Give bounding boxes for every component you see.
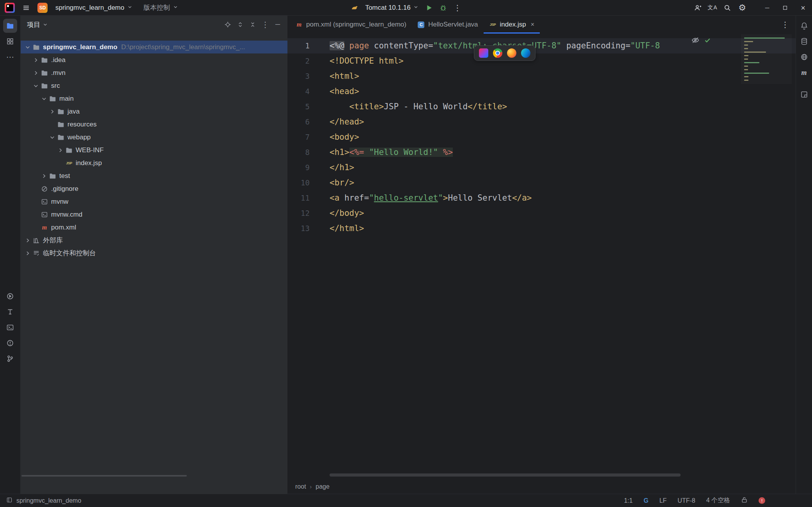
code-line-9[interactable]: 9</h1> (287, 160, 796, 175)
code-line-10[interactable]: 10<br/> (287, 175, 796, 190)
minimize-button[interactable]: ─ (758, 0, 776, 15)
hide-panel-icon[interactable]: ─ (272, 19, 284, 30)
tree-item-webapp[interactable]: webapp (21, 131, 287, 144)
chevron-right-icon[interactable] (57, 147, 64, 154)
services-icon[interactable] (3, 289, 17, 303)
line-number[interactable]: 3 (287, 69, 324, 84)
tree-item-springmvc-learn-demo[interactable]: springmvc_learn_demoD:\project\spring_mv… (21, 41, 287, 53)
tree-item-item-15[interactable]: 外部库 (21, 234, 287, 247)
collapse-all-icon[interactable] (247, 19, 259, 30)
version-control-icon[interactable] (3, 352, 17, 366)
chevron-down-icon[interactable] (32, 82, 40, 89)
readonly-lock-icon[interactable] (741, 496, 748, 505)
line-number[interactable]: 10 (287, 175, 324, 190)
indent-style[interactable]: 4 个空格 (706, 496, 730, 505)
statusbar-project-name[interactable]: springmvc_learn_demo (16, 497, 81, 504)
project-panel-title[interactable]: 项目 (27, 20, 40, 29)
tree-item-index-jsp[interactable]: JSPindex.jsp (21, 157, 287, 169)
tree-item-mvnw[interactable]: mvnw (21, 195, 287, 208)
code-line-5[interactable]: 5 <title>JSP - Hello World</title> (287, 99, 796, 114)
line-number[interactable]: 4 (287, 84, 324, 99)
line-number[interactable]: 11 (287, 190, 324, 206)
main-menu-icon[interactable] (20, 1, 33, 14)
chevron-down-icon[interactable] (24, 44, 32, 51)
tree-item-test[interactable]: test (21, 169, 287, 182)
run-configuration-selector[interactable]: Tomcat 10.1.16 (362, 2, 422, 14)
no-problems-check-icon[interactable] (704, 36, 711, 46)
chevron-right-icon[interactable] (24, 250, 32, 257)
line-number[interactable]: 7 (287, 130, 324, 145)
editor[interactable]: 1<%@ page contentType="text/html; charse… (287, 34, 796, 480)
grazie-icon[interactable]: G (644, 497, 648, 504)
tree-item-mvnw-cmd[interactable]: mvnw.cmd (21, 208, 287, 221)
tree-item-pom-xml[interactable]: mpom.xml (21, 221, 287, 234)
breadcrumb-page[interactable]: page (316, 483, 330, 490)
tree-item-src[interactable]: src (21, 79, 287, 92)
maven-tool-window-icon[interactable]: m (797, 66, 811, 80)
tab-pom-xml-springmvc-learn-demo[interactable]: mpom.xml (springmvc_learn_demo) (290, 16, 412, 34)
more-tool-windows-icon[interactable]: ⋯ (3, 50, 17, 64)
more-options-icon[interactable]: ⋮ (259, 19, 271, 30)
code-line-3[interactable]: 3<html> (287, 69, 796, 84)
tab-helloservlet-java[interactable]: CHelloServlet.java (412, 16, 484, 34)
line-number[interactable]: 5 (287, 99, 324, 114)
web-icon[interactable] (797, 50, 811, 64)
project-tree-scrollbar[interactable] (21, 475, 187, 477)
line-number[interactable]: 12 (287, 206, 324, 221)
line-separator[interactable]: LF (660, 497, 667, 504)
chevron-right-icon[interactable] (32, 69, 40, 76)
chevron-right-icon[interactable] (24, 237, 32, 244)
locate-file-icon[interactable] (222, 19, 234, 30)
close-tab-icon[interactable]: × (531, 21, 534, 28)
database-icon[interactable] (797, 34, 811, 48)
line-number[interactable]: 6 (287, 114, 324, 130)
code-line-11[interactable]: 11<a href="hello-servlet">Hello Servlet<… (287, 190, 796, 206)
chevron-down-icon[interactable] (40, 95, 48, 102)
chevron-down-icon[interactable] (43, 22, 48, 27)
line-number[interactable]: 13 (287, 221, 324, 236)
terminal-icon[interactable] (3, 320, 17, 334)
highlighting-off-icon[interactable] (691, 36, 700, 46)
idea-preview-icon[interactable] (479, 48, 488, 58)
tree-item-mvn[interactable]: .mvn (21, 66, 287, 79)
expand-all-icon[interactable] (234, 19, 246, 30)
code-line-13[interactable]: 13</html> (287, 221, 796, 236)
tab-index-jsp[interactable]: JSPindex.jsp× (484, 16, 540, 34)
notifications-icon[interactable] (797, 19, 811, 33)
project-tool-window-icon[interactable] (3, 19, 17, 33)
artifact-icon[interactable] (797, 87, 811, 101)
maximize-button[interactable] (776, 0, 794, 15)
caret-position[interactable]: 1:1 (624, 497, 633, 504)
project-selector[interactable]: springmvc_learn_demo (52, 2, 136, 14)
code-with-me-icon[interactable] (691, 1, 704, 14)
tree-item-item-16[interactable]: 临时文件和控制台 (21, 247, 287, 260)
breadcrumb-root[interactable]: root (295, 483, 306, 490)
ide-error-icon[interactable]: ! (759, 497, 765, 504)
line-number[interactable]: 2 (287, 53, 324, 69)
edge-icon[interactable] (521, 48, 530, 58)
tree-item-web-inf[interactable]: WEB-INF (21, 144, 287, 157)
problems-icon[interactable] (3, 336, 17, 350)
structure-icon[interactable] (3, 34, 17, 48)
search-icon[interactable] (721, 1, 734, 14)
vcs-widget[interactable]: 版本控制 (140, 1, 181, 14)
project-badge[interactable]: SD (37, 3, 48, 13)
tree-item-java[interactable]: java (21, 105, 287, 118)
code-line-8[interactable]: 8<h1><%= "Hello World!" %> (287, 145, 796, 160)
build-icon[interactable] (3, 305, 17, 319)
tree-item-gitignore[interactable]: .gitignore (21, 182, 287, 195)
code-line-6[interactable]: 6</head> (287, 114, 796, 130)
run-button[interactable] (423, 1, 436, 14)
translate-icon[interactable]: 文A (706, 1, 719, 14)
chevron-right-icon[interactable] (40, 173, 48, 180)
code-line-4[interactable]: 4<head> (287, 84, 796, 99)
chrome-icon[interactable] (493, 48, 502, 58)
line-number[interactable]: 9 (287, 160, 324, 175)
chevron-right-icon[interactable] (48, 108, 56, 115)
tool-window-layout-icon[interactable] (6, 497, 12, 505)
firefox-icon[interactable] (507, 48, 516, 58)
code-line-12[interactable]: 12</body> (287, 206, 796, 221)
minimap[interactable] (741, 34, 792, 84)
line-number[interactable]: 1 (287, 38, 324, 53)
more-run-actions-icon[interactable]: ⋮ (451, 1, 464, 14)
